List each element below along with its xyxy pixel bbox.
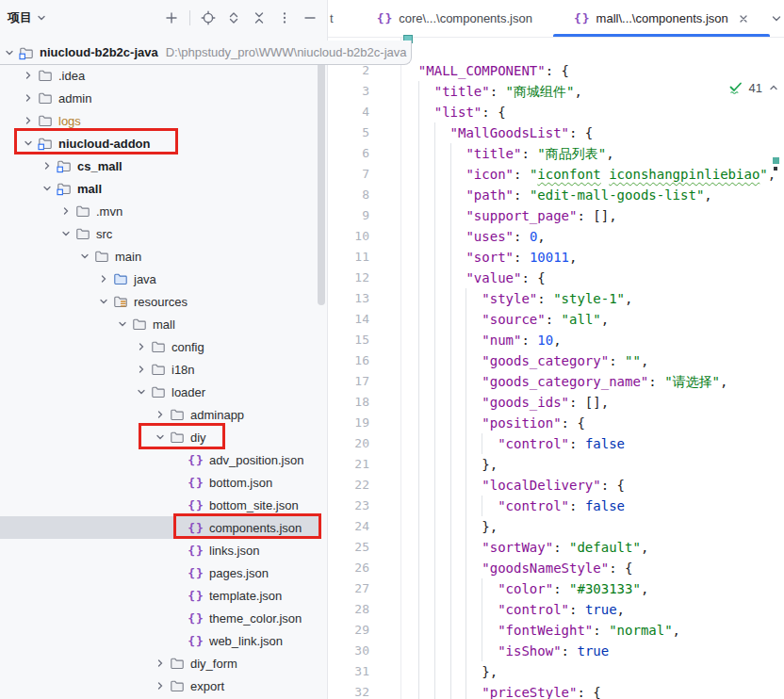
- tree-item-i18n[interactable]: i18n: [0, 358, 327, 381]
- tree-item-project-root[interactable]: niucloud-b2b2c-java D:\phpstudy_pro\WWW\…: [0, 41, 412, 65]
- tab-list-chevron-down-icon[interactable]: [770, 0, 784, 37]
- indent-guide: [466, 454, 466, 475]
- tree-item-bottom-json[interactable]: {}bottom.json: [0, 471, 327, 494]
- tree-item-cs-mall[interactable]: cs_mall: [0, 154, 327, 177]
- hide-icon[interactable]: [302, 10, 318, 25]
- indent-guide: [482, 620, 482, 641]
- folder-icon: [151, 362, 166, 377]
- line-number: 23: [328, 496, 369, 516]
- line-number: 31: [328, 661, 369, 682]
- json-file-icon: {}: [188, 497, 204, 512]
- code-line-27: "color": "#303133",: [402, 578, 776, 599]
- close-icon[interactable]: [738, 13, 749, 24]
- indent-guide: [434, 309, 435, 330]
- project-panel-title-group[interactable]: 项目: [8, 9, 47, 26]
- code-line-24: },: [402, 516, 776, 537]
- chevron-right-icon[interactable]: [153, 407, 168, 422]
- module-folder-icon: [57, 181, 72, 196]
- clipped-tab-text[interactable]: t: [328, 11, 334, 25]
- indent-guide: [418, 392, 419, 413]
- tree-item-config[interactable]: config: [0, 335, 327, 358]
- indent-guide: [418, 330, 419, 350]
- chevron-down-icon[interactable]: [2, 45, 17, 60]
- line-number: 22: [328, 475, 369, 496]
- tree-item-mall[interactable]: mall: [0, 313, 327, 335]
- indent-guide: [466, 578, 466, 599]
- json-file-icon: {}: [188, 475, 204, 490]
- indent-guide: [418, 185, 419, 205]
- collapse-all-icon[interactable]: [252, 10, 267, 25]
- indent-guide: [434, 164, 435, 185]
- editor-area[interactable]: 2345678910111213141516171819202122232425…: [328, 38, 784, 699]
- tree-item-main[interactable]: main: [0, 245, 327, 268]
- indent-guide: [466, 413, 466, 433]
- chevron-right-icon[interactable]: [134, 362, 149, 377]
- indent-guide: [434, 620, 435, 641]
- chevron-down-icon[interactable]: [96, 294, 111, 309]
- indent-guide: [450, 516, 451, 537]
- tree-item-resources[interactable]: resources: [0, 290, 327, 313]
- code-line-5: "MallGoodsList": {: [402, 122, 776, 143]
- code-line-12: "value": {: [402, 268, 776, 288]
- chevron-spacer: [172, 497, 187, 512]
- tree-item-web-link-json[interactable]: {}web_link.json: [0, 629, 327, 652]
- chevron-right-icon[interactable]: [96, 271, 111, 286]
- chevron-right-icon[interactable]: [134, 339, 149, 354]
- indent-guide: [418, 454, 419, 475]
- chevron-right-icon[interactable]: [40, 158, 55, 173]
- tree-item-pages-json[interactable]: {}pages.json: [0, 561, 327, 584]
- code-line-10: "uses": 0,: [402, 226, 776, 247]
- chevron-right-icon[interactable]: [153, 656, 168, 671]
- tree-item--mvn[interactable]: .mvn: [0, 200, 327, 222]
- code-line-8: "path": "edit-mall-goods-list",: [402, 185, 776, 205]
- code-line-20: "control": false: [402, 433, 776, 454]
- more-icon[interactable]: [277, 10, 292, 25]
- indent-guide: [418, 81, 419, 102]
- project-panel-scrollbar[interactable]: [318, 45, 325, 305]
- tab-core-components-json[interactable]: {} core\...\components.json: [356, 0, 553, 37]
- indent-guide: [466, 516, 466, 537]
- tree-item-src[interactable]: src: [0, 222, 327, 245]
- panel-divider[interactable]: [327, 0, 328, 699]
- indent-guide: [434, 475, 435, 496]
- tree-item-label: web_link.json: [209, 634, 283, 648]
- expand-all-icon[interactable]: [226, 10, 241, 25]
- tree-item-mall[interactable]: mall: [0, 177, 327, 200]
- locate-icon[interactable]: [201, 10, 216, 25]
- chevron-down-icon[interactable]: [77, 249, 92, 264]
- folder-icon: [38, 68, 53, 83]
- line-number: 8: [328, 185, 369, 205]
- folder-icon: [75, 226, 90, 241]
- chevron-down-icon[interactable]: [40, 181, 55, 196]
- tree-item--idea[interactable]: .idea: [0, 64, 327, 87]
- add-icon[interactable]: [164, 10, 179, 25]
- chevron-right-icon[interactable]: [21, 113, 36, 128]
- chevron-right-icon[interactable]: [153, 678, 168, 693]
- chevron-spacer: [172, 475, 187, 490]
- tree-item-java[interactable]: java: [0, 268, 327, 290]
- line-number: 24: [328, 516, 369, 537]
- chevron-right-icon[interactable]: [58, 203, 74, 219]
- tree-item-diy-form[interactable]: diy_form: [0, 652, 327, 675]
- ide-window: 项目: [0, 0, 784, 699]
- tree-item-template-json[interactable]: {}template.json: [0, 584, 327, 607]
- tree-item-export[interactable]: export: [0, 675, 327, 697]
- chevron-down-icon[interactable]: [115, 317, 130, 332]
- tree-item-loader[interactable]: loader: [0, 381, 327, 403]
- inspections-widget[interactable]: 41: [728, 80, 779, 95]
- code-line-25: "sortWay": "default",: [402, 537, 776, 558]
- indent-guide: [418, 661, 419, 682]
- chevron-down-icon[interactable]: [134, 384, 149, 399]
- chevron-up-icon[interactable]: [768, 82, 779, 93]
- chevron-down-icon[interactable]: [58, 226, 74, 241]
- tree-item-links-json[interactable]: {}links.json: [0, 539, 327, 561]
- chevron-right-icon[interactable]: [21, 68, 36, 83]
- tab-mall-components-json[interactable]: {} mall\...\components.json: [553, 0, 770, 37]
- chevron-right-icon[interactable]: [21, 90, 36, 106]
- indent-guide: [434, 516, 435, 537]
- tree-item-adv-position-json[interactable]: {}adv_position.json: [0, 448, 327, 471]
- tree-item-label: export: [190, 679, 224, 693]
- code-content[interactable]: "MALL_COMPONENT": { "title": "商城组件", "li…: [402, 60, 776, 699]
- tree-item-admin[interactable]: admin: [0, 87, 327, 109]
- tree-item-theme-color-json[interactable]: {}theme_color.json: [0, 607, 327, 629]
